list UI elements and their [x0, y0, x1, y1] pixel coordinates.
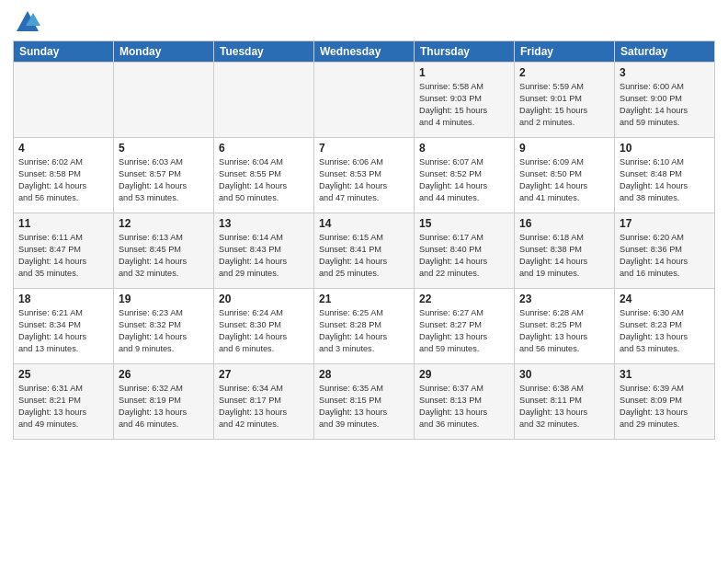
- day-number: 22: [419, 293, 509, 305]
- header-row: SundayMondayTuesdayWednesdayThursdayFrid…: [14, 41, 715, 63]
- col-header-sunday: Sunday: [14, 41, 114, 63]
- day-number: 26: [119, 368, 209, 381]
- col-header-wednesday: Wednesday: [314, 41, 415, 63]
- day-number: 13: [219, 217, 309, 230]
- day-number: 8: [419, 142, 509, 155]
- logo: [13, 13, 40, 35]
- day-info: Sunrise: 6:11 AM Sunset: 8:47 PM Dayligh…: [18, 232, 108, 280]
- day-cell: 23Sunrise: 6:28 AM Sunset: 8:25 PM Dayli…: [515, 289, 615, 364]
- day-number: 9: [519, 142, 609, 155]
- day-cell: 25Sunrise: 6:31 AM Sunset: 8:21 PM Dayli…: [14, 364, 114, 440]
- week-row-2: 4Sunrise: 6:02 AM Sunset: 8:58 PM Daylig…: [14, 138, 715, 213]
- day-cell: [214, 63, 314, 138]
- day-cell: 18Sunrise: 6:21 AM Sunset: 8:34 PM Dayli…: [14, 289, 114, 364]
- col-header-tuesday: Tuesday: [214, 41, 314, 63]
- day-cell: 11Sunrise: 6:11 AM Sunset: 8:47 PM Dayli…: [14, 213, 114, 289]
- day-cell: 31Sunrise: 6:39 AM Sunset: 8:09 PM Dayli…: [615, 364, 715, 440]
- day-info: Sunrise: 6:35 AM Sunset: 8:15 PM Dayligh…: [319, 383, 409, 431]
- day-cell: 16Sunrise: 6:18 AM Sunset: 8:38 PM Dayli…: [515, 213, 615, 289]
- day-number: 2: [519, 66, 609, 79]
- week-row-4: 18Sunrise: 6:21 AM Sunset: 8:34 PM Dayli…: [14, 289, 715, 364]
- day-cell: 13Sunrise: 6:14 AM Sunset: 8:43 PM Dayli…: [214, 213, 314, 289]
- day-number: 15: [419, 217, 509, 230]
- day-info: Sunrise: 6:18 AM Sunset: 8:38 PM Dayligh…: [519, 232, 609, 280]
- day-number: 5: [119, 142, 209, 155]
- day-info: Sunrise: 5:59 AM Sunset: 9:01 PM Dayligh…: [519, 81, 609, 129]
- day-cell: [314, 63, 415, 138]
- day-number: 11: [18, 217, 108, 230]
- day-info: Sunrise: 6:15 AM Sunset: 8:41 PM Dayligh…: [319, 232, 409, 280]
- day-info: Sunrise: 6:09 AM Sunset: 8:50 PM Dayligh…: [519, 156, 609, 204]
- day-info: Sunrise: 6:00 AM Sunset: 9:00 PM Dayligh…: [620, 81, 710, 129]
- day-cell: 27Sunrise: 6:34 AM Sunset: 8:17 PM Dayli…: [214, 364, 314, 440]
- day-info: Sunrise: 6:13 AM Sunset: 8:45 PM Dayligh…: [119, 232, 209, 280]
- day-number: 30: [519, 368, 609, 381]
- day-info: Sunrise: 6:10 AM Sunset: 8:48 PM Dayligh…: [620, 156, 710, 204]
- day-cell: 2Sunrise: 5:59 AM Sunset: 9:01 PM Daylig…: [515, 63, 615, 138]
- day-info: Sunrise: 6:14 AM Sunset: 8:43 PM Dayligh…: [219, 232, 309, 280]
- col-header-friday: Friday: [515, 41, 615, 63]
- page: SundayMondayTuesdayWednesdayThursdayFrid…: [0, 0, 728, 449]
- day-info: Sunrise: 6:27 AM Sunset: 8:27 PM Dayligh…: [419, 307, 509, 355]
- day-info: Sunrise: 6:32 AM Sunset: 8:19 PM Dayligh…: [119, 383, 209, 431]
- day-cell: 7Sunrise: 6:06 AM Sunset: 8:53 PM Daylig…: [314, 138, 415, 213]
- day-number: 14: [319, 217, 409, 230]
- day-cell: 22Sunrise: 6:27 AM Sunset: 8:27 PM Dayli…: [415, 289, 515, 364]
- day-info: Sunrise: 6:34 AM Sunset: 8:17 PM Dayligh…: [219, 383, 309, 431]
- day-number: 28: [319, 368, 409, 381]
- day-number: 21: [319, 293, 409, 305]
- day-number: 29: [419, 368, 509, 381]
- day-number: 24: [620, 293, 710, 305]
- logo-text: [13, 13, 40, 35]
- day-info: Sunrise: 6:31 AM Sunset: 8:21 PM Dayligh…: [18, 383, 108, 431]
- day-info: Sunrise: 6:37 AM Sunset: 8:13 PM Dayligh…: [419, 383, 509, 431]
- day-number: 12: [119, 217, 209, 230]
- day-number: 25: [18, 368, 108, 381]
- day-info: Sunrise: 6:38 AM Sunset: 8:11 PM Dayligh…: [519, 383, 609, 431]
- week-row-1: 1Sunrise: 5:58 AM Sunset: 9:03 PM Daylig…: [14, 63, 715, 138]
- header: [13, 9, 715, 35]
- day-info: Sunrise: 6:23 AM Sunset: 8:32 PM Dayligh…: [119, 307, 209, 355]
- day-cell: 21Sunrise: 6:25 AM Sunset: 8:28 PM Dayli…: [314, 289, 415, 364]
- day-cell: 29Sunrise: 6:37 AM Sunset: 8:13 PM Dayli…: [415, 364, 515, 440]
- col-header-monday: Monday: [114, 41, 214, 63]
- day-cell: 4Sunrise: 6:02 AM Sunset: 8:58 PM Daylig…: [14, 138, 114, 213]
- day-number: 17: [620, 217, 710, 230]
- day-info: Sunrise: 5:58 AM Sunset: 9:03 PM Dayligh…: [419, 81, 509, 129]
- day-number: 3: [620, 66, 710, 79]
- day-number: 16: [519, 217, 609, 230]
- day-cell: [114, 63, 214, 138]
- day-cell: 8Sunrise: 6:07 AM Sunset: 8:52 PM Daylig…: [415, 138, 515, 213]
- day-info: Sunrise: 6:21 AM Sunset: 8:34 PM Dayligh…: [18, 307, 108, 355]
- day-info: Sunrise: 6:39 AM Sunset: 8:09 PM Dayligh…: [620, 383, 710, 431]
- day-cell: 28Sunrise: 6:35 AM Sunset: 8:15 PM Dayli…: [314, 364, 415, 440]
- day-number: 31: [620, 368, 710, 381]
- day-info: Sunrise: 6:28 AM Sunset: 8:25 PM Dayligh…: [519, 307, 609, 355]
- day-cell: 3Sunrise: 6:00 AM Sunset: 9:00 PM Daylig…: [615, 63, 715, 138]
- day-number: 10: [620, 142, 710, 155]
- day-cell: 6Sunrise: 6:04 AM Sunset: 8:55 PM Daylig…: [214, 138, 314, 213]
- day-cell: 30Sunrise: 6:38 AM Sunset: 8:11 PM Dayli…: [515, 364, 615, 440]
- day-cell: 14Sunrise: 6:15 AM Sunset: 8:41 PM Dayli…: [314, 213, 415, 289]
- day-number: 4: [18, 142, 108, 155]
- day-cell: 10Sunrise: 6:10 AM Sunset: 8:48 PM Dayli…: [615, 138, 715, 213]
- day-cell: 24Sunrise: 6:30 AM Sunset: 8:23 PM Dayli…: [615, 289, 715, 364]
- day-cell: 5Sunrise: 6:03 AM Sunset: 8:57 PM Daylig…: [114, 138, 214, 213]
- day-info: Sunrise: 6:06 AM Sunset: 8:53 PM Dayligh…: [319, 156, 409, 204]
- day-number: 19: [119, 293, 209, 305]
- day-info: Sunrise: 6:17 AM Sunset: 8:40 PM Dayligh…: [419, 232, 509, 280]
- day-number: 6: [219, 142, 309, 155]
- day-info: Sunrise: 6:24 AM Sunset: 8:30 PM Dayligh…: [219, 307, 309, 355]
- day-number: 7: [319, 142, 409, 155]
- day-cell: 20Sunrise: 6:24 AM Sunset: 8:30 PM Dayli…: [214, 289, 314, 364]
- day-info: Sunrise: 6:25 AM Sunset: 8:28 PM Dayligh…: [319, 307, 409, 355]
- day-info: Sunrise: 6:20 AM Sunset: 8:36 PM Dayligh…: [620, 232, 710, 280]
- day-cell: 19Sunrise: 6:23 AM Sunset: 8:32 PM Dayli…: [114, 289, 214, 364]
- col-header-thursday: Thursday: [415, 41, 515, 63]
- week-row-3: 11Sunrise: 6:11 AM Sunset: 8:47 PM Dayli…: [14, 213, 715, 289]
- logo-icon: [15, 9, 40, 35]
- day-info: Sunrise: 6:03 AM Sunset: 8:57 PM Dayligh…: [119, 156, 209, 204]
- day-cell: [14, 63, 114, 138]
- day-number: 23: [519, 293, 609, 305]
- day-number: 20: [219, 293, 309, 305]
